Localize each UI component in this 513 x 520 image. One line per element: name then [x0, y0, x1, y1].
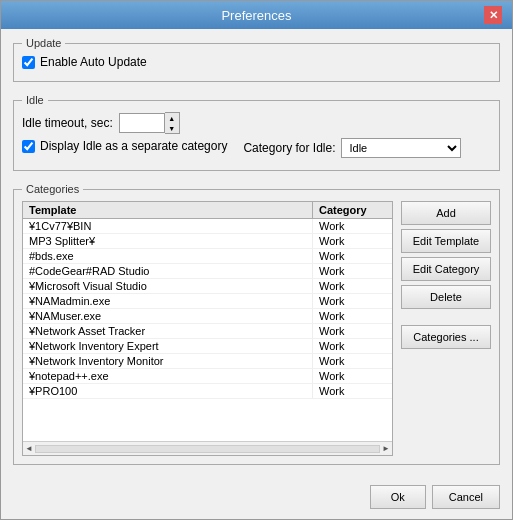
col-category-header: Category — [312, 202, 392, 218]
categories-content: Template Category ¥1Cv77¥BIN Work MP3 Sp… — [22, 201, 491, 456]
spin-down-button[interactable]: ▼ — [165, 123, 179, 133]
timeout-spinner: 60 ▲ ▼ — [119, 112, 180, 134]
idle-timeout-row: Idle timeout, sec: 60 ▲ ▼ — [22, 112, 491, 134]
table-row[interactable]: ¥PRO100 Work — [23, 384, 392, 399]
cancel-button[interactable]: Cancel — [432, 485, 500, 509]
categories-table: Template Category ¥1Cv77¥BIN Work MP3 Sp… — [22, 201, 393, 456]
close-button[interactable]: ✕ — [484, 6, 502, 24]
template-cell: ¥NAMadmin.exe — [23, 294, 312, 308]
template-cell: #CodeGear#RAD Studio — [23, 264, 312, 278]
table-row[interactable]: ¥Network Asset Tracker Work — [23, 324, 392, 339]
template-cell: ¥Network Asset Tracker — [23, 324, 312, 338]
timeout-label: Idle timeout, sec: — [22, 116, 113, 130]
col-template-header: Template — [23, 202, 312, 218]
category-cell: Work — [312, 324, 392, 338]
category-cell: Work — [312, 249, 392, 263]
spin-up-button[interactable]: ▲ — [165, 113, 179, 123]
category-cell: Work — [312, 264, 392, 278]
template-cell: ¥PRO100 — [23, 384, 312, 398]
category-cell: Work — [312, 294, 392, 308]
hscroll-left-btn[interactable]: ◄ — [25, 444, 33, 453]
title-bar: Preferences ✕ — [1, 1, 512, 29]
update-section: Update Enable Auto Update — [13, 37, 500, 82]
side-buttons: Add Edit Template Edit Category Delete C… — [401, 201, 491, 456]
update-section-label: Update — [22, 37, 65, 49]
category-cell: Work — [312, 384, 392, 398]
table-row[interactable]: #bds.exe Work — [23, 249, 392, 264]
table-row[interactable]: ¥Network Inventory Expert Work — [23, 339, 392, 354]
template-cell: ¥Microsoft Visual Studio — [23, 279, 312, 293]
table-row[interactable]: ¥Network Inventory Monitor Work — [23, 354, 392, 369]
category-cell: Work — [312, 339, 392, 353]
category-cell: Work — [312, 369, 392, 383]
template-cell: ¥NAMuser.exe — [23, 309, 312, 323]
template-cell: MP3 Splitter¥ — [23, 234, 312, 248]
table-row[interactable]: ¥NAMadmin.exe Work — [23, 294, 392, 309]
dialog-body: Update Enable Auto Update Idle Idle time… — [1, 29, 512, 479]
categories-section: Categories Template Category ¥1Cv77¥BIN … — [13, 183, 500, 465]
category-for-idle-select[interactable]: Idle Work Break — [341, 138, 461, 158]
idle-section-label: Idle — [22, 94, 48, 106]
template-cell: ¥1Cv77¥BIN — [23, 219, 312, 233]
display-idle-row: Display Idle as a separate category Cate… — [22, 138, 491, 158]
dialog-title: Preferences — [29, 8, 484, 23]
template-cell: #bds.exe — [23, 249, 312, 263]
categories-section-label: Categories — [22, 183, 83, 195]
edit-template-button[interactable]: Edit Template — [401, 229, 491, 253]
template-cell: ¥Network Inventory Monitor — [23, 354, 312, 368]
table-header: Template Category — [23, 202, 392, 219]
spin-buttons: ▲ ▼ — [165, 112, 180, 134]
table-row[interactable]: #CodeGear#RAD Studio Work — [23, 264, 392, 279]
category-cell: Work — [312, 354, 392, 368]
ok-button[interactable]: Ok — [370, 485, 426, 509]
enable-auto-update-checkbox[interactable] — [22, 56, 35, 69]
idle-section: Idle Idle timeout, sec: 60 ▲ ▼ Display I… — [13, 94, 500, 171]
dialog-footer: Ok Cancel — [1, 479, 512, 519]
table-row[interactable]: ¥NAMuser.exe Work — [23, 309, 392, 324]
table-row[interactable]: ¥1Cv77¥BIN Work — [23, 219, 392, 234]
table-hscroll[interactable]: ◄ ► — [23, 441, 392, 455]
hscroll-right-btn[interactable]: ► — [382, 444, 390, 453]
preferences-dialog: Preferences ✕ Update Enable Auto Update … — [0, 0, 513, 520]
display-idle-checkbox[interactable] — [22, 140, 35, 153]
add-button[interactable]: Add — [401, 201, 491, 225]
edit-category-button[interactable]: Edit Category — [401, 257, 491, 281]
table-row[interactable]: ¥Microsoft Visual Studio Work — [23, 279, 392, 294]
table-scroll[interactable]: ¥1Cv77¥BIN Work MP3 Splitter¥ Work #bds.… — [23, 219, 392, 441]
delete-button[interactable]: Delete — [401, 285, 491, 309]
timeout-input[interactable]: 60 — [119, 113, 165, 133]
table-row[interactable]: MP3 Splitter¥ Work — [23, 234, 392, 249]
category-cell: Work — [312, 309, 392, 323]
table-row[interactable]: ¥notepad++.exe Work — [23, 369, 392, 384]
display-idle-label: Display Idle as a separate category — [40, 139, 227, 153]
category-cell: Work — [312, 234, 392, 248]
category-cell: Work — [312, 219, 392, 233]
category-for-idle-label: Category for Idle: — [243, 141, 335, 155]
enable-auto-update-label: Enable Auto Update — [40, 55, 147, 69]
template-cell: ¥notepad++.exe — [23, 369, 312, 383]
enable-auto-update-row: Enable Auto Update — [22, 55, 491, 69]
categories-button[interactable]: Categories ... — [401, 325, 491, 349]
category-cell: Work — [312, 279, 392, 293]
template-cell: ¥Network Inventory Expert — [23, 339, 312, 353]
